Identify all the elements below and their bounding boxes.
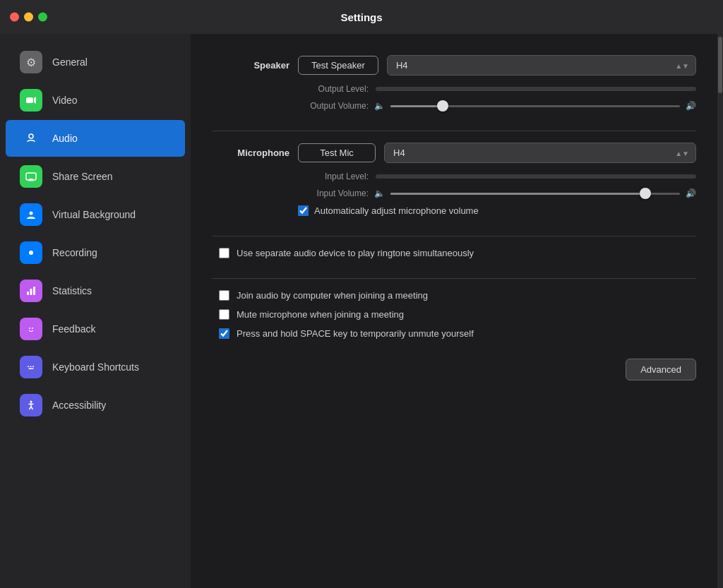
separate-audio-checkbox[interactable]: [219, 248, 229, 258]
svg-point-12: [27, 325, 35, 333]
join-audio-checkbox[interactable]: [219, 290, 229, 301]
microphone-section: Microphone Test Mic H4 ▲▼ Input Level: I…: [212, 143, 696, 216]
video-icon: [20, 89, 42, 112]
sidebar-item-video[interactable]: Video: [6, 82, 185, 119]
join-audio-label: Join audio by computer when joining a me…: [237, 290, 428, 301]
svg-rect-0: [26, 97, 33, 103]
input-volume-track: [390, 193, 680, 195]
svg-rect-17: [30, 366, 32, 368]
input-level-row: Input Level:: [212, 172, 696, 181]
mic-device-select[interactable]: H4: [384, 143, 696, 163]
svg-rect-18: [32, 366, 34, 368]
output-volume-slider-container[interactable]: [390, 104, 680, 107]
sidebar-item-share[interactable]: Share Screen: [6, 158, 185, 195]
general-icon: ⚙: [20, 51, 42, 73]
sidebar-label-statistics: Statistics: [52, 285, 92, 296]
sidebar-label-virtual: Virtual Background: [52, 209, 136, 220]
keyboard-icon: [20, 356, 42, 378]
options-separator: [212, 278, 696, 279]
mute-mic-checkbox[interactable]: [219, 309, 229, 320]
svg-rect-5: [28, 180, 34, 181]
input-volume-label: Input Volume:: [298, 188, 369, 198]
speaker-label: Speaker: [212, 60, 289, 71]
svg-point-13: [29, 328, 30, 329]
svg-rect-4: [29, 179, 33, 180]
mic-device-wrapper: H4 ▲▼: [384, 143, 696, 163]
auto-adjust-row: Automatically adjust microphone volume: [212, 205, 696, 216]
input-volume-low-icon: 🔈: [374, 188, 385, 198]
sidebar-item-statistics[interactable]: Statistics: [6, 272, 185, 309]
mic-control-row: Microphone Test Mic H4 ▲▼: [212, 143, 696, 163]
svg-point-2: [29, 134, 33, 138]
input-level-bar: [376, 174, 696, 179]
virtual-icon: [20, 203, 42, 226]
volume-low-icon: 🔈: [374, 101, 385, 111]
svg-rect-10: [30, 289, 32, 295]
sidebar-item-accessibility[interactable]: Accessibility: [6, 387, 185, 424]
close-button[interactable]: [10, 13, 19, 22]
space-key-row: Press and hold SPACE key to temporarily …: [212, 328, 696, 339]
content-area: Speaker Test Speaker H4 ▲▼ Output Level:: [191, 34, 717, 588]
output-volume-track: [390, 105, 680, 107]
output-level-label: Output Level:: [298, 84, 369, 94]
sidebar-item-recording[interactable]: Recording: [6, 234, 185, 271]
sidebar-label-share: Share Screen: [52, 171, 113, 182]
svg-point-14: [32, 328, 33, 329]
sidebar-label-recording: Recording: [52, 247, 97, 258]
meeting-options-section: Join audio by computer when joining a me…: [212, 290, 696, 339]
svg-marker-1: [34, 97, 36, 104]
sidebar-item-general[interactable]: ⚙ General: [6, 44, 185, 80]
svg-rect-16: [28, 366, 29, 368]
output-volume-thumb[interactable]: [437, 100, 448, 112]
input-volume-fill: [390, 193, 645, 195]
test-mic-button[interactable]: Test Mic: [298, 143, 376, 162]
output-volume-fill: [390, 105, 443, 107]
space-key-checkbox[interactable]: [219, 328, 229, 339]
svg-point-20: [30, 401, 32, 403]
volume-high-icon: 🔊: [686, 101, 696, 111]
advanced-section: Advanced: [212, 359, 696, 380]
speaker-device-select[interactable]: H4: [387, 55, 696, 76]
svg-rect-15: [26, 364, 36, 371]
scrollbar-thumb[interactable]: [718, 37, 722, 93]
recording-icon: [20, 241, 42, 264]
options-section: Use separate audio device to play ringto…: [212, 248, 696, 258]
svg-rect-9: [27, 292, 29, 295]
window-title: Settings: [340, 11, 382, 23]
maximize-button[interactable]: [38, 13, 47, 22]
sidebar-item-virtual[interactable]: Virtual Background: [6, 196, 185, 233]
sidebar-label-audio: Audio: [52, 133, 78, 144]
advanced-button[interactable]: Advanced: [626, 359, 696, 380]
svg-point-6: [30, 212, 33, 215]
share-icon: [20, 165, 42, 188]
separate-audio-label: Use separate audio device to play ringto…: [237, 248, 474, 258]
sidebar-label-accessibility: Accessibility: [52, 400, 106, 411]
input-volume-slider-container[interactable]: [390, 192, 680, 195]
mic-separator: [212, 236, 696, 236]
sidebar-item-keyboard[interactable]: Keyboard Shortcuts: [6, 349, 185, 385]
auto-adjust-checkbox[interactable]: [298, 205, 309, 216]
space-key-label: Press and hold SPACE key to temporarily …: [237, 328, 474, 339]
sidebar-label-feedback: Feedback: [52, 323, 95, 335]
speaker-device-wrapper: H4 ▲▼: [387, 55, 696, 76]
sidebar-item-feedback[interactable]: Feedback: [6, 311, 185, 347]
main-container: ⚙ General Video Audio Share Screen: [0, 34, 723, 588]
mute-mic-row: Mute microphone when joining a meeting: [212, 309, 696, 320]
input-level-label: Input Level:: [298, 172, 369, 181]
minimize-button[interactable]: [24, 13, 33, 22]
scrollbar-track[interactable]: [717, 34, 723, 588]
sidebar-label-keyboard: Keyboard Shortcuts: [52, 361, 139, 373]
sidebar-label-video: Video: [52, 95, 78, 106]
input-volume-thumb[interactable]: [640, 188, 651, 199]
audio-icon: [20, 127, 42, 150]
svg-point-8: [29, 251, 33, 255]
auto-adjust-label: Automatically adjust microphone volume: [314, 205, 479, 216]
join-audio-row: Join audio by computer when joining a me…: [212, 290, 696, 301]
sidebar-item-audio[interactable]: Audio: [6, 120, 185, 157]
test-speaker-button[interactable]: Test Speaker: [298, 56, 378, 75]
sidebar: ⚙ General Video Audio Share Screen: [0, 34, 191, 588]
output-volume-label: Output Volume:: [298, 101, 369, 111]
titlebar: Settings: [0, 0, 723, 34]
separate-audio-row: Use separate audio device to play ringto…: [212, 248, 696, 258]
svg-line-24: [31, 407, 33, 409]
